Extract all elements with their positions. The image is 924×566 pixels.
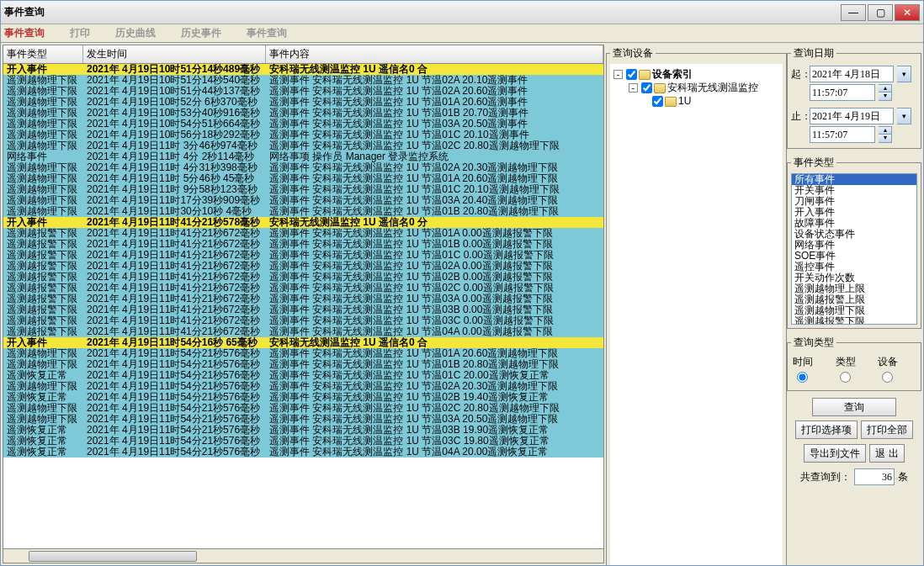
tree-node-checkbox[interactable] (641, 82, 652, 93)
grid-header: 事件类型 发生时间 事件内容 (3, 45, 603, 64)
radio-type[interactable]: 类型 (836, 355, 874, 385)
query-button[interactable]: 查询 (812, 398, 896, 416)
from-time-input[interactable] (810, 84, 875, 101)
exit-button[interactable]: 退 出 (869, 444, 904, 463)
grid-body[interactable]: 开入事件2021年 4月19日10时51分14秒489毫秒安科瑞无线测温监控 1… (3, 64, 603, 548)
minimize-button[interactable]: — (841, 4, 866, 21)
export-button[interactable]: 导出到文件 (804, 444, 866, 463)
from-date-input[interactable] (810, 66, 894, 82)
device-tree-panel: 查询设备 -设备索引 -安科瑞无线测温监控 1U (606, 46, 787, 565)
total-label: 共查询到： (800, 470, 851, 484)
radio-time[interactable]: 时间 (793, 355, 831, 385)
tab-query[interactable]: 事件查询 (4, 26, 45, 40)
spinner-icon[interactable]: ▴▾ (879, 84, 892, 101)
device-tree[interactable]: -设备索引 -安科瑞无线测温监控 1U (610, 64, 783, 565)
folder-icon (665, 97, 677, 107)
tree-node-label: 安科瑞无线测温监控 (667, 82, 758, 93)
titlebar: 事件查询 — ▢ ✕ (1, 1, 923, 24)
col-time[interactable]: 发生时间 (83, 45, 266, 63)
tab-hist-event[interactable]: 历史事件 (181, 26, 221, 40)
expand-icon[interactable]: - (613, 70, 623, 79)
table-row[interactable]: 遥测恢复正常2021年 4月19日11时54分21秒576毫秒遥测事件 安科瑞无… (3, 447, 603, 458)
horizontal-scrollbar[interactable] (3, 548, 603, 563)
event-type-list[interactable]: 所有事件开关事件刀闸事件开入事件故障事件设备状态事件网络事件SOE事件遥控事件开… (791, 173, 917, 325)
col-event-type[interactable]: 事件类型 (3, 45, 83, 63)
dropdown-icon[interactable] (897, 66, 911, 82)
date-legend: 查询日期 (791, 46, 836, 61)
col-content[interactable]: 事件内容 (266, 45, 603, 63)
tree-leaf-checkbox[interactable] (652, 96, 663, 107)
tabbar: 事件查询 打印 历史曲线 历史事件 事件查询 (1, 24, 923, 43)
close-button[interactable]: ✕ (895, 4, 920, 21)
tree-root-label: 设备索引 (652, 68, 693, 80)
to-time-input[interactable] (810, 126, 875, 143)
folder-icon (654, 83, 666, 93)
event-type-panel: 事件类型 所有事件开关事件刀闸事件开入事件故障事件设备状态事件网络事件SOE事件… (787, 156, 921, 329)
total-count (854, 468, 895, 485)
date-range-panel: 查询日期 起： ▴▾ 止： ▴▾ (787, 46, 921, 149)
tab-hist-curve[interactable]: 历史曲线 (115, 26, 156, 40)
window-title: 事件查询 (4, 5, 45, 19)
scrollbar-thumb[interactable] (29, 551, 197, 562)
to-label: 止： (791, 109, 806, 124)
maximize-button[interactable]: ▢ (868, 4, 893, 21)
device-tree-legend: 查询设备 (610, 46, 656, 61)
radio-device[interactable]: 设备 (878, 355, 916, 385)
event-type-legend: 事件类型 (791, 156, 836, 170)
tree-root-checkbox[interactable] (626, 69, 637, 80)
event-grid: 事件类型 发生时间 事件内容 开入事件2021年 4月19日10时51分14秒4… (3, 45, 604, 563)
print-selection-button[interactable]: 打印选择项 (795, 421, 858, 439)
tab-print[interactable]: 打印 (70, 26, 90, 40)
to-date-input[interactable] (810, 108, 894, 124)
tree-leaf-label: 1U (678, 95, 691, 107)
total-unit: 条 (898, 470, 908, 484)
query-type-panel: 查询类型 时间 类型 设备 (787, 336, 921, 391)
spinner-icon[interactable]: ▴▾ (879, 126, 892, 143)
query-type-legend: 查询类型 (791, 336, 836, 350)
print-all-button[interactable]: 打印全部 (861, 421, 913, 439)
from-label: 起： (791, 67, 806, 82)
dropdown-icon[interactable] (897, 108, 911, 124)
event-type-item[interactable]: 遥测越报警下限 (792, 316, 916, 325)
folder-icon (639, 70, 651, 80)
expand-icon[interactable]: - (629, 83, 638, 93)
tab-event-query[interactable]: 事件查询 (247, 26, 287, 40)
